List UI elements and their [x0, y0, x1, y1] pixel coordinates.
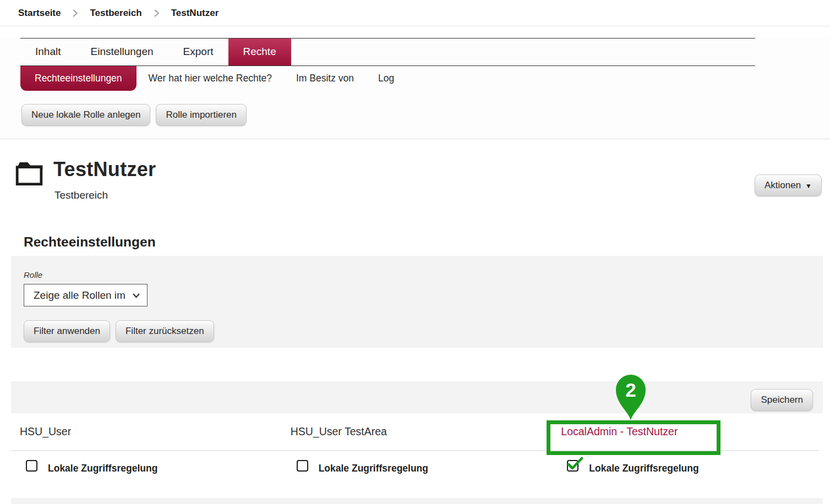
object-title-row: TestNutzer Testbereich: [15, 157, 830, 201]
header-block: Inhalt Einstellungen Export Rechte Recht…: [0, 38, 830, 139]
role-filter-label: Rolle: [24, 270, 823, 280]
role-toolbar: Neue lokale Rolle anlegen Rolle importie…: [21, 104, 830, 126]
page-title: TestNutzer: [53, 157, 156, 182]
role-filter-selected-value: Zeige alle Rollen im: [34, 289, 125, 302]
chevron-right-icon: [153, 9, 160, 18]
subtab-wer-hat-rechte[interactable]: Wer hat hier welche Rechte?: [136, 66, 284, 91]
permission-label: Lokale Zugriffsregelung: [319, 463, 428, 474]
permission-cell-localadmin: Lokale Zugriffsregelung: [552, 451, 823, 493]
filter-reset-button[interactable]: Filter zurücksetzen: [116, 320, 214, 342]
permission-label: Lokale Zugriffsregelung: [48, 463, 157, 474]
local-policy-checkbox-hsu-user[interactable]: [26, 460, 37, 472]
import-role-button[interactable]: Rolle importieren: [156, 104, 247, 126]
permission-label: Lokale Zugriffsregelung: [589, 463, 698, 474]
subtab-log[interactable]: Log: [366, 66, 406, 91]
actions-dropdown-button[interactable]: Aktionen ▼: [755, 174, 822, 196]
content-area: TestNutzer Testbereich Aktionen ▼ Rechte…: [0, 157, 830, 493]
filter-apply-button[interactable]: Filter anwenden: [24, 320, 110, 342]
chevron-right-icon: [72, 9, 79, 18]
breadcrumb-item-testnutzer[interactable]: TestNutzer: [171, 8, 219, 19]
permission-cell-hsu-user-testarea: Lokale Zugriffsregelung: [282, 451, 553, 493]
tab-einstellungen[interactable]: Einstellungen: [75, 39, 168, 65]
local-policy-checkbox-hsu-user-testarea[interactable]: [297, 460, 308, 472]
chevron-down-icon: ▼: [805, 183, 812, 189]
bottom-band: [11, 498, 823, 504]
local-policy-checkbox-localadmin[interactable]: [567, 460, 578, 472]
tab-inhalt[interactable]: Inhalt: [20, 39, 75, 65]
breadcrumb: Startseite Testbereich TestNutzer: [0, 0, 830, 26]
role-filter-select[interactable]: Zeige alle Rollen im: [24, 284, 148, 306]
subtab-bar: Rechteeinstellungen Wer hat hier welche …: [20, 66, 830, 91]
new-local-role-button[interactable]: Neue lokale Rolle anlegen: [21, 104, 150, 126]
role-header-row: HSU_User HSU_User TestArea LocalAdmin - …: [11, 413, 823, 450]
role-column-hsu-user-testarea: HSU_User TestArea: [282, 425, 553, 438]
permission-row: Lokale Zugriffsregelung Lokale Zugriffsr…: [11, 451, 823, 493]
subtab-rechteeinstellungen[interactable]: Rechteeinstellungen: [20, 66, 136, 91]
breadcrumb-item-testbereich[interactable]: Testbereich: [90, 8, 141, 19]
page-subtitle: Testbereich: [54, 189, 156, 201]
actions-label: Aktionen: [765, 180, 801, 191]
tab-bar: Inhalt Einstellungen Export Rechte: [20, 38, 755, 66]
role-column-localadmin-link[interactable]: LocalAdmin - TestNutzer: [552, 425, 823, 438]
filter-panel: Rolle Zeige alle Rollen im Filter anwend…: [11, 256, 823, 348]
table-header-band: Speichern: [11, 381, 823, 413]
tab-rechte[interactable]: Rechte: [228, 39, 291, 65]
chevron-down-icon: [132, 293, 140, 298]
breadcrumb-item-startseite[interactable]: Startseite: [18, 8, 61, 19]
subtab-im-besitz-von[interactable]: Im Besitz von: [284, 66, 366, 91]
permissions-heading: Rechteeinstellungen: [24, 234, 830, 250]
check-icon: [567, 457, 584, 472]
tab-export[interactable]: Export: [168, 39, 228, 65]
permission-cell-hsu-user: Lokale Zugriffsregelung: [11, 451, 282, 493]
folder-icon: [15, 160, 45, 186]
save-button[interactable]: Speichern: [751, 389, 813, 411]
role-column-hsu-user: HSU_User: [11, 425, 282, 438]
